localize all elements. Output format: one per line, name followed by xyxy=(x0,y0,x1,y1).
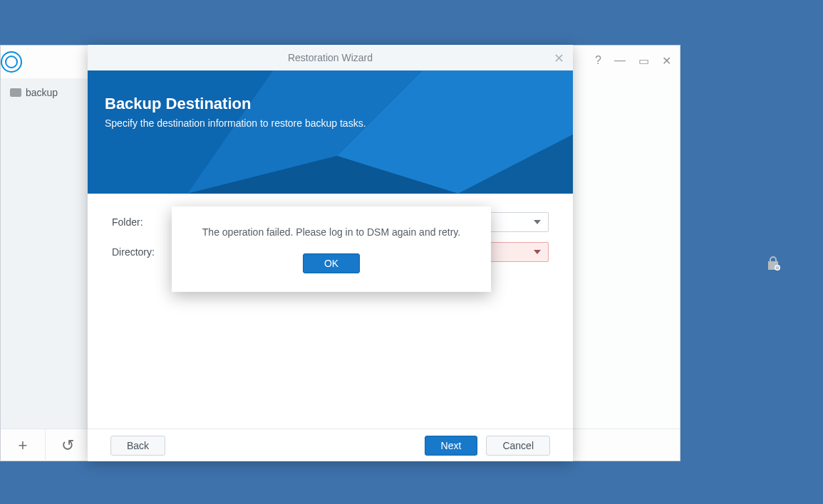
sidebar: backup xyxy=(1,78,92,429)
cancel-button[interactable]: Cancel xyxy=(486,436,550,456)
window-controls: ? — ▭ ✕ xyxy=(595,54,671,68)
back-button[interactable]: Back xyxy=(110,436,165,456)
wizard-banner: Backup Destination Specify the destinati… xyxy=(88,70,573,194)
app-logo-icon xyxy=(1,51,22,73)
lock-icon xyxy=(765,255,782,272)
close-button[interactable]: ✕ xyxy=(662,54,671,68)
add-button[interactable]: + xyxy=(1,429,46,461)
history-button[interactable]: ↺ xyxy=(46,429,90,461)
next-button[interactable]: Next xyxy=(425,436,478,456)
wizard-title: Restoration Wizard xyxy=(288,52,373,63)
wizard-titlebar: Restoration Wizard ✕ xyxy=(88,45,573,70)
wizard-step-subtitle: Specify the destination information to r… xyxy=(105,117,556,129)
alert-message: The operation failed. Please log in to D… xyxy=(202,226,460,238)
sidebar-item-backup[interactable]: backup xyxy=(1,78,92,107)
banner-geometry-icon xyxy=(88,70,573,194)
wizard-close-button[interactable]: ✕ xyxy=(554,51,564,66)
wizard-footer: Back Next Cancel xyxy=(88,429,573,461)
sidebar-item-label: backup xyxy=(26,87,58,98)
minimize-button[interactable]: — xyxy=(614,54,626,68)
help-button[interactable]: ? xyxy=(595,54,601,68)
chevron-down-icon xyxy=(534,220,541,224)
folder-icon xyxy=(10,88,21,97)
error-alert: The operation failed. Please log in to D… xyxy=(172,206,491,292)
chevron-down-icon xyxy=(534,250,541,254)
maximize-button[interactable]: ▭ xyxy=(638,54,649,68)
ok-button[interactable]: OK xyxy=(303,253,360,273)
wizard-step-title: Backup Destination xyxy=(105,95,556,113)
